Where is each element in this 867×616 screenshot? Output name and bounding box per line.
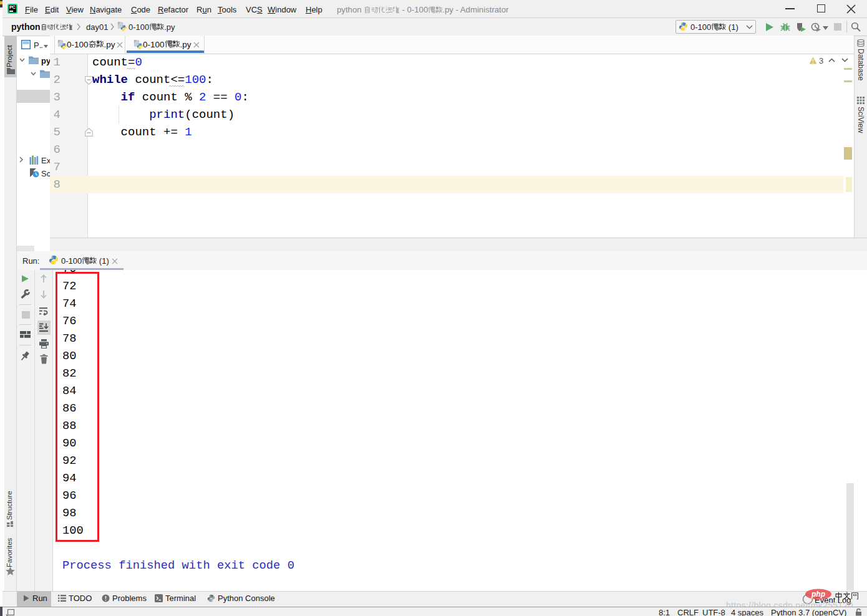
svg-text:php: php [811, 590, 825, 599]
